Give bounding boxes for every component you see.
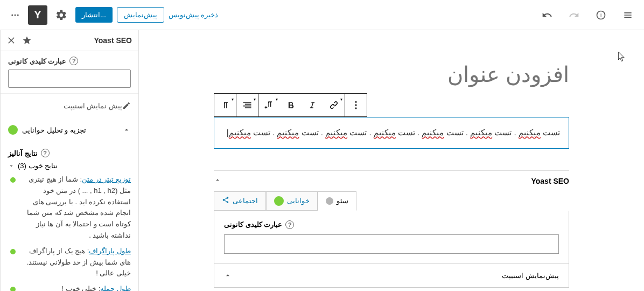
good-results-toggle[interactable]: نتایج خوب (3) (1, 160, 138, 172)
svg-point-7 (355, 107, 356, 109)
tab-social[interactable]: اجتماعی (214, 191, 266, 211)
link-icon[interactable]: ▾ (323, 94, 345, 116)
more-icon[interactable] (6, 6, 24, 24)
tab-readability[interactable]: خوانایی (266, 191, 318, 211)
align-icon[interactable]: ▾ (236, 94, 258, 116)
publish-button[interactable]: انتشار... (75, 7, 113, 23)
italic-icon[interactable] (302, 94, 323, 116)
gear-icon[interactable] (52, 5, 71, 25)
seo-status-icon (326, 197, 333, 205)
tab-seo[interactable]: سئو (318, 191, 356, 211)
sidebar-title: Yoast SEO (94, 36, 132, 45)
readability-toggle[interactable]: تجزیه و تحلیل خوانایی (1, 117, 138, 142)
svg-point-6 (355, 104, 356, 106)
close-icon[interactable] (7, 36, 17, 45)
help-icon[interactable]: ? (69, 57, 78, 65)
info-icon[interactable]: i (591, 5, 611, 25)
save-draft-link[interactable]: ذخیره پیش‌نویس (169, 11, 219, 19)
share-icon (222, 196, 229, 205)
redo-icon[interactable] (564, 5, 584, 25)
readability-status-icon (274, 196, 284, 206)
keyword-input[interactable] (8, 70, 131, 88)
edit-snippet-button[interactable]: پیش نمایش اسنیپت (1, 94, 138, 117)
paragraph-icon[interactable]: ▾ (214, 94, 236, 116)
footer-snippet-toggle[interactable]: پیش‌نمایش اسنیپت (214, 264, 569, 288)
undo-icon[interactable] (537, 5, 557, 25)
svg-point-2 (11, 14, 13, 16)
yoast-icon[interactable]: Y (28, 5, 47, 25)
yoast-sidebar: Yoast SEO ? عبارت کلیدی کانونی پیش نمایش… (0, 30, 139, 291)
text-dir-icon[interactable]: ▾ (258, 94, 280, 116)
settings-icon[interactable] (618, 5, 638, 25)
collapse-icon[interactable] (214, 176, 221, 186)
svg-point-3 (15, 14, 16, 16)
cursor-icon (618, 52, 626, 63)
footer-keyword-input[interactable] (224, 234, 559, 254)
help-icon[interactable]: ? (285, 220, 294, 229)
preview-button[interactable]: پیش‌نمایش (117, 7, 164, 23)
svg-point-4 (17, 14, 19, 16)
analysis-item: طول جمله: خیلی خوب ! (1, 281, 138, 291)
star-icon[interactable] (22, 36, 32, 45)
editor-canvas: ▾ ▾ ▾ ▾ تست میکنیم . تست میکنیم . تست می… (139, 30, 644, 291)
bold-icon[interactable] (280, 94, 302, 116)
svg-text:i: i (600, 12, 601, 18)
paragraph-block[interactable]: تست میکنیم . تست میکنیم . تست میکنیم . ت… (214, 117, 569, 149)
analysis-item: طول پاراگراف: هیچ یک از پاراگراف های شما… (1, 244, 138, 281)
post-title-input[interactable] (214, 63, 569, 87)
yoast-tabs: سئو خوانایی اجتماعی (214, 191, 569, 211)
help-icon[interactable]: ? (41, 149, 50, 157)
keyword-label: عبارت کلیدی کانونی (8, 57, 66, 65)
analysis-item: توزیع تیتر در متن: شما از هیچ تیتری مثل … (1, 172, 138, 244)
svg-point-5 (355, 101, 356, 103)
block-more-icon[interactable] (345, 94, 367, 116)
editor-toolbar: i Y انتشار... پیش‌نمایش ذخیره پیش‌نویس (0, 0, 644, 30)
block-toolbar: ▾ ▾ ▾ ▾ (214, 93, 367, 117)
yoast-metabox: Yoast SEO سئو خوانایی اجتماعی (214, 170, 569, 292)
good-status-icon (8, 125, 18, 135)
